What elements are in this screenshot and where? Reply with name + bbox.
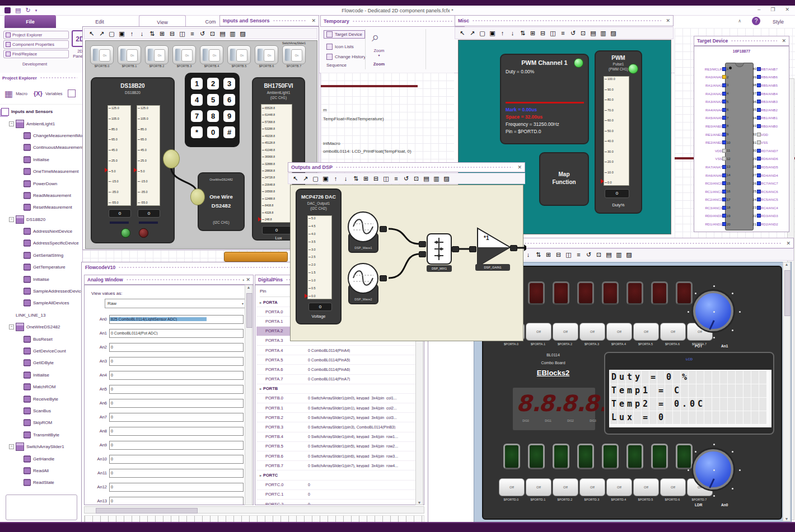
tree-expander[interactable]: − [9,444,14,449]
dsp-wave2-dial[interactable] [348,263,378,294]
digital-row[interactable]: PORTB.4 0 SwitchArraySlider1(pin4), keyp… [256,432,423,442]
pin-row[interactable]: RA2/ANA2 4 37 RB4/ANB4 [695,90,788,98]
toolbar-icon[interactable]: ↖ [292,175,299,182]
toggle-icon-lists[interactable]: Icon Lists [326,44,354,50]
tree-item[interactable]: − SwitchArraySlider1 [0,441,82,453]
zoom-caret[interactable]: ▾ [366,53,392,57]
pin-row[interactable]: RC1/ANC1 16 25 RC6/ANC6 [695,187,788,196]
analog-value-field[interactable]: 0 [109,357,244,366]
keypad-key[interactable]: # [223,126,235,138]
pin-row[interactable]: RA7/ANA7 13 28 RD5/AND5 [695,163,788,171]
outputs-titlebar[interactable]: Outputs and DSP ✕ [288,162,525,172]
toolbar-icon[interactable]: ↑ [128,30,135,37]
analog-value-field[interactable]: 0 [109,371,244,380]
map-function-block[interactable]: Map Function [539,152,589,206]
porta-toggle-switch[interactable]: Off [660,323,686,341]
porta-toggle-switch[interactable]: Off [526,323,551,341]
analog-value-field[interactable]: 0 [109,483,244,492]
portd-toggle-switch[interactable]: Off [579,478,605,496]
pin-row[interactable]: RD1/AND1 20 21 RD2/AND2 [695,220,788,228]
pin-row[interactable]: RA0/ANA0 2 39 RB6/ANB6 [695,73,788,82]
tree-item[interactable]: − GetHandle [0,453,82,464]
target-titlebar[interactable]: Target Device ✕ [694,36,789,46]
toolbar-icon[interactable]: ↑ [332,175,339,182]
portb-slide-switch[interactable]: On [255,45,278,64]
pwm-channel-block[interactable]: PWM Channel 1 Duty = 0.00% Mark = 0.00us… [500,54,589,144]
toolbar-icon[interactable]: ⊡ [413,175,420,182]
analog-value-field[interactable]: 0 [109,385,244,394]
toolbar-icon[interactable]: ↺ [199,30,206,37]
porta-toggle-switch[interactable]: Off [579,323,605,341]
portd-toggle-switch[interactable]: Off [499,478,525,496]
toolbar-icon[interactable]: ↑ [499,30,506,37]
analog-titlebar[interactable]: Analog Window ▪ ✕ [84,275,254,285]
tree-item[interactable]: − ReadState [0,477,82,488]
tree-item[interactable]: − Initialise [0,273,82,285]
tree-item[interactable]: − ReadMeasurement [0,190,82,201]
portd-toggle-switch[interactable]: Off [633,478,659,496]
digital-row[interactable]: PORTB.5 0 SwitchArraySlider1(pin5), keyp… [256,442,423,451]
board-push-button[interactable] [528,444,545,469]
toolbar-icon[interactable]: ⊡ [595,251,602,258]
misc-close-icon[interactable]: ✕ [666,18,670,23]
toolbar-icon[interactable]: ⊟ [372,175,380,182]
dsp-wave1-dial[interactable] [348,211,378,242]
digital-row[interactable]: PORTB.0 0 SwitchArraySlider1(pin0), keyp… [256,394,423,403]
analog-value-field[interactable]: 0 [109,413,244,422]
digital-row[interactable]: PORTA.6 0 ComboBL0114(PinA6) [256,365,423,374]
eblocks-vscrollbar[interactable]: ▲▼ [783,262,791,521]
tree-item[interactable]: − OneWireDS2482 [0,321,82,333]
toolbar-icon[interactable]: ↗ [469,30,476,37]
macros-label[interactable]: Macro [16,91,27,96]
toolbar-icon[interactable]: ⇅ [148,30,156,37]
toolbar-icon[interactable]: ⇅ [352,175,359,182]
inputs-titlebar[interactable]: Inputs and Sensors ✕ [219,15,319,26]
portb-slide-switch[interactable]: On [90,45,114,64]
toolbar-icon[interactable]: ≡ [575,251,582,258]
toolbar-icon[interactable]: ▥ [615,251,623,258]
digital-row[interactable]: PORTB.7 0 SwitchArraySlider1(pin7), keyp… [256,461,423,470]
toolbar-icon[interactable]: ◫ [179,30,186,37]
toolbar-icon[interactable]: ▣ [489,30,496,37]
keypad-key[interactable]: 5 [207,94,219,106]
toolbar-icon[interactable]: ▥ [600,30,607,37]
portd-toggle-switch[interactable]: Off [526,478,551,496]
toolbar-icon[interactable]: ↺ [569,30,577,37]
keypad-key[interactable]: 7 [191,110,203,122]
board-push-button[interactable] [553,444,569,469]
sidebar-extra-icon[interactable] [68,90,76,97]
porta-toggle-switch[interactable]: Off [553,323,578,341]
undo-icon[interactable]: ↻ [25,7,30,13]
toolbar-icon[interactable]: ≡ [189,30,196,37]
toolbar-icon[interactable]: ↓ [342,175,349,182]
save-icon[interactable]: ▤ [15,7,21,13]
digital-row[interactable]: PORTA.4 0 ComboBL0114(PinA4) [256,346,423,355]
toolbar-icon[interactable]: ▨ [443,175,450,182]
pin-row[interactable]: RE3/MCLR 1 40 RB7/ANB7 [695,65,788,73]
analog-vscrollbar[interactable]: ▲ [245,285,252,505]
toolbar-icon[interactable]: ⇅ [519,30,526,37]
tree-item[interactable]: − Inputs and Sensors [0,106,82,117]
portd-toggle-switch[interactable]: Off [553,478,578,496]
toolbar-icon[interactable]: ↺ [403,175,410,182]
dsp-mix-block[interactable] [427,233,452,265]
tree-item[interactable]: − SampleAllDevices [0,297,82,309]
tree-item[interactable]: − Initialise [0,369,82,381]
tree-expander[interactable]: − [9,217,14,222]
toolbar-icon[interactable]: ⊞ [362,175,370,182]
view-values-dropdown[interactable]: Raw ▾ [105,299,246,308]
tree-expander[interactable]: − [9,324,14,329]
variables-label[interactable]: Variables [45,91,63,96]
pin-row[interactable]: RE1/ANE1 9 32 VDD [695,130,788,139]
analog-value-field[interactable]: 0 [109,469,244,478]
toolbar-icon[interactable]: ▢ [312,175,319,182]
onewire-bus-node-1[interactable] [163,149,180,168]
tree-item[interactable]: − ReadAll [0,465,82,477]
dac-block[interactable]: MCP4726 DAC DAC_Output1 (I2C CH2) 5.04.5… [296,189,342,324]
analog-value-field[interactable]: 0 [109,399,244,408]
analog-close-icon[interactable]: ✕ [246,277,250,283]
keypad-key[interactable]: 6 [223,94,235,106]
keypad-key[interactable]: 8 [207,110,219,122]
pin-row[interactable]: VDD 11 30 RD7/AND7 [695,147,788,155]
tree-item[interactable]: − GetTemperature [0,261,82,273]
